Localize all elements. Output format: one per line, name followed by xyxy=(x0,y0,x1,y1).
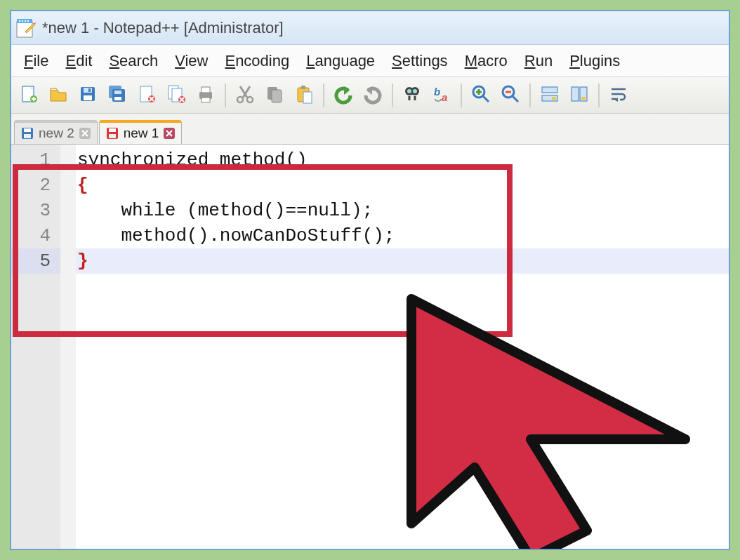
menu-item-settings[interactable]: Settings xyxy=(383,48,456,74)
svg-rect-29 xyxy=(301,86,305,89)
sync-h-icon xyxy=(569,84,590,107)
svg-rect-27 xyxy=(272,90,282,102)
menu-item-label: Search xyxy=(109,52,158,69)
menu-item-file[interactable]: File xyxy=(15,48,57,74)
line-number: 2 xyxy=(11,173,60,198)
menu-item-encoding[interactable]: Encoding xyxy=(216,48,298,74)
editor[interactable]: 12345 synchronized method(){ while (meth… xyxy=(11,145,729,549)
zoom-in-button[interactable] xyxy=(468,82,494,109)
app-icon xyxy=(15,18,37,39)
tab-close-button[interactable] xyxy=(163,127,176,140)
code-line[interactable]: while (method()==null); xyxy=(76,198,729,223)
window-title: *new 1 - Notepad++ [Administrator] xyxy=(42,19,284,37)
menu-item-edit[interactable]: Edit xyxy=(57,48,100,74)
menu-item-plugins[interactable]: Plugins xyxy=(561,48,628,74)
menu-item-macro[interactable]: Macro xyxy=(456,48,516,74)
toolbar-separator xyxy=(392,84,393,107)
svg-rect-23 xyxy=(201,98,210,102)
svg-rect-22 xyxy=(201,87,210,93)
svg-rect-9 xyxy=(84,88,92,93)
svg-rect-47 xyxy=(24,134,31,138)
tab-new-1[interactable]: new 1 xyxy=(99,120,183,144)
zoom-out-button[interactable] xyxy=(497,82,524,109)
tab-new-2[interactable]: new 2 xyxy=(14,120,98,144)
open-file-button[interactable] xyxy=(45,82,72,109)
menubar: FileEditSearchViewEncodingLanguageSettin… xyxy=(11,45,729,77)
print-button[interactable] xyxy=(192,82,219,109)
app-window: *new 1 - Notepad++ [Administrator] FileE… xyxy=(10,10,730,550)
svg-rect-46 xyxy=(24,128,31,132)
save-unsaved-icon xyxy=(105,126,119,140)
new-file-button[interactable] xyxy=(15,82,42,109)
save-button[interactable] xyxy=(74,82,101,109)
menu-item-search[interactable]: Search xyxy=(100,48,166,74)
copy-button[interactable] xyxy=(261,82,288,109)
copy-icon xyxy=(264,84,285,107)
menu-item-label: Run xyxy=(524,52,553,69)
redo-button[interactable] xyxy=(359,82,386,109)
sync-v-icon xyxy=(539,84,560,107)
open-file-icon xyxy=(48,84,69,107)
menu-item-label: View xyxy=(175,52,208,69)
code-line[interactable]: } xyxy=(76,248,729,274)
close-all-button[interactable] xyxy=(163,82,190,109)
svg-rect-41 xyxy=(552,97,556,100)
menu-item-label: Macro xyxy=(465,52,508,69)
code-area[interactable]: synchronized method(){ while (method()==… xyxy=(76,145,729,549)
line-number: 3 xyxy=(11,198,60,223)
svg-point-25 xyxy=(247,97,253,102)
toolbar-separator xyxy=(461,84,462,107)
menu-item-language[interactable]: Language xyxy=(298,48,383,74)
menu-item-label: File xyxy=(24,52,48,69)
svg-rect-44 xyxy=(581,97,586,100)
tab-close-button[interactable] xyxy=(79,127,91,140)
svg-rect-15 xyxy=(114,97,121,100)
menu-item-label: Language xyxy=(306,52,375,69)
svg-point-4 xyxy=(25,20,26,21)
svg-point-34 xyxy=(413,89,417,93)
paste-icon xyxy=(293,84,315,107)
svg-point-24 xyxy=(237,97,243,102)
wrap-button[interactable] xyxy=(605,82,632,109)
cut-button[interactable] xyxy=(232,82,258,109)
titlebar: *new 1 - Notepad++ [Administrator] xyxy=(11,11,729,45)
line-number: 1 xyxy=(11,147,60,173)
find-button[interactable] xyxy=(399,82,425,109)
code-line[interactable]: synchronized method() xyxy=(76,147,729,173)
line-number: 4 xyxy=(11,223,60,248)
toolbar-separator xyxy=(598,84,600,107)
svg-point-5 xyxy=(27,20,29,21)
sync-v-button[interactable] xyxy=(536,82,563,109)
menu-item-view[interactable]: View xyxy=(166,48,216,74)
sync-h-button[interactable] xyxy=(566,82,593,109)
cut-icon xyxy=(234,84,256,107)
code-line[interactable]: method().nowCanDoStuff(); xyxy=(76,223,729,248)
line-number: 5 xyxy=(11,248,60,274)
save-saved-icon xyxy=(20,126,34,140)
replace-button[interactable]: ba xyxy=(428,82,455,109)
svg-rect-10 xyxy=(84,95,92,100)
tabbar: new 2new 1 xyxy=(11,114,729,145)
undo-button[interactable] xyxy=(330,82,357,109)
svg-rect-39 xyxy=(542,87,557,93)
menu-item-run[interactable]: Run xyxy=(516,48,561,74)
close-all-icon xyxy=(166,84,187,107)
tab-label: new 1 xyxy=(124,126,159,141)
toolbar: ba xyxy=(11,77,729,114)
redo-icon xyxy=(362,84,383,107)
new-file-icon xyxy=(18,84,39,107)
code-token: synchronized method() xyxy=(77,149,308,171)
close-button[interactable] xyxy=(133,82,160,109)
paste-button[interactable] xyxy=(291,82,317,109)
svg-rect-14 xyxy=(114,91,121,94)
save-all-button[interactable] xyxy=(104,82,131,109)
svg-rect-42 xyxy=(571,87,579,101)
svg-rect-50 xyxy=(109,128,116,132)
svg-point-3 xyxy=(22,20,23,21)
menu-item-label: Plugins xyxy=(569,52,620,69)
svg-point-2 xyxy=(19,20,20,21)
wrap-icon xyxy=(608,84,629,107)
code-line[interactable]: { xyxy=(76,173,729,198)
save-icon xyxy=(77,84,98,107)
find-icon xyxy=(402,84,423,107)
